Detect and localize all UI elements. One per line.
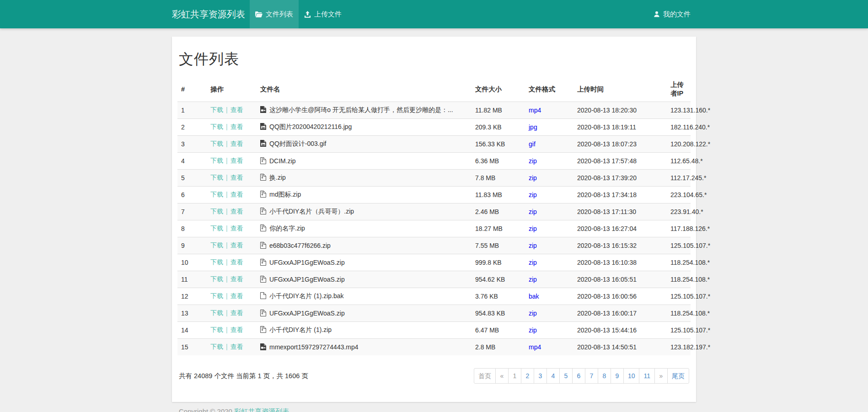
nav-tab-file-list[interactable]: 文件列表 <box>250 0 299 28</box>
main-content: 文件列表 # 操作 文件名 文件大小 文件格式 上传时间 上传者IP 1下载|查… <box>0 37 868 412</box>
file-name-cell: e68b03c477f6266.zip <box>257 237 472 254</box>
pagination-page-link[interactable]: 5 <box>559 368 573 384</box>
view-link[interactable]: 查看 <box>230 275 243 283</box>
file-size: 11.82 MB <box>472 102 525 119</box>
pagination-page-link[interactable]: 8 <box>598 368 611 384</box>
file-format-link[interactable]: mp4 <box>529 107 541 114</box>
row-actions: 下载|查看 <box>207 288 257 305</box>
file-name: 这沙雕小学生@阿琦o 开无后给某人做打手，然后更沙雕的是：... <box>269 106 453 113</box>
pagination-page-link[interactable]: 9 <box>611 368 624 384</box>
file-plain-icon <box>260 292 266 300</box>
view-link[interactable]: 查看 <box>230 123 243 130</box>
view-link[interactable]: 查看 <box>230 106 243 113</box>
view-link[interactable]: 查看 <box>230 326 243 333</box>
file-name-cell: DCIM.zip <box>257 153 472 170</box>
file-format-link[interactable]: zip <box>529 326 537 334</box>
view-link[interactable]: 查看 <box>230 241 243 249</box>
file-format-cell: zip <box>525 170 573 187</box>
file-format-link[interactable]: zip <box>529 174 537 182</box>
pagination-page-link[interactable]: 11 <box>639 368 655 384</box>
download-link[interactable]: 下载 <box>210 241 223 249</box>
table-row: 14下载|查看小千代DIY名片 (1).zip6.47 MBzip2020-08… <box>177 322 691 339</box>
file-name-cell: 小千代DIY名片（兵哥哥）.zip <box>257 203 472 220</box>
file-format-link[interactable]: jpg <box>529 123 537 131</box>
upload-time: 2020-08-13 18:19:11 <box>573 119 667 136</box>
download-link[interactable]: 下载 <box>210 343 223 350</box>
row-actions: 下载|查看 <box>207 119 257 136</box>
upload-time: 2020-08-13 17:39:20 <box>573 170 667 187</box>
download-link[interactable]: 下载 <box>210 326 223 333</box>
download-link[interactable]: 下载 <box>210 191 223 198</box>
file-name: 小千代DIY名片（兵哥哥）.zip <box>269 208 354 215</box>
file-format-link[interactable]: mp4 <box>529 343 541 351</box>
file-format-link[interactable]: zip <box>529 259 537 266</box>
view-link[interactable]: 查看 <box>230 309 243 316</box>
download-link[interactable]: 下载 <box>210 140 223 147</box>
file-name: UFGxxAJP1GgEWoaS.zip <box>269 276 345 283</box>
upload-time: 2020-08-13 16:05:51 <box>573 271 667 288</box>
view-link[interactable]: 查看 <box>230 191 243 198</box>
view-link[interactable]: 查看 <box>230 225 243 232</box>
pagination-page-link[interactable]: 3 <box>534 368 547 384</box>
file-format-link[interactable]: zip <box>529 208 537 215</box>
nav-tab-upload[interactable]: 上传文件 <box>299 0 347 28</box>
header-actions: 操作 <box>207 77 257 102</box>
brand-link[interactable]: 彩虹共享资源列表 <box>172 0 245 28</box>
view-link[interactable]: 查看 <box>230 258 243 266</box>
view-link[interactable]: 查看 <box>230 174 243 181</box>
action-separator: | <box>223 174 230 181</box>
pagination-page-link[interactable]: 7 <box>585 368 598 384</box>
row-index: 6 <box>177 187 207 203</box>
footer-site-link[interactable]: 彩虹共享资源列表 <box>234 407 289 412</box>
file-zip-icon <box>260 225 266 232</box>
file-format-link[interactable]: zip <box>529 157 537 165</box>
pagination-page-link[interactable]: 10 <box>623 368 640 384</box>
download-link[interactable]: 下载 <box>210 106 223 113</box>
row-actions: 下载|查看 <box>207 305 257 322</box>
download-link[interactable]: 下载 <box>210 208 223 215</box>
file-format-cell: bak <box>525 288 573 305</box>
nav-my-files[interactable]: 我的文件 <box>648 0 696 28</box>
uploader-ip: 117.188.126.* <box>667 220 691 237</box>
view-link[interactable]: 查看 <box>230 157 243 164</box>
file-format-link[interactable]: gif <box>529 140 536 148</box>
file-format-cell: mp4 <box>525 102 573 119</box>
file-format-link[interactable]: bak <box>529 293 539 300</box>
file-name-cell: md图标.zip <box>257 187 472 203</box>
row-actions: 下载|查看 <box>207 237 257 254</box>
download-link[interactable]: 下载 <box>210 258 223 266</box>
file-zip-icon <box>260 208 266 215</box>
action-separator: | <box>223 326 230 333</box>
download-link[interactable]: 下载 <box>210 292 223 300</box>
download-link[interactable]: 下载 <box>210 174 223 181</box>
view-link[interactable]: 查看 <box>230 343 243 350</box>
view-link[interactable]: 查看 <box>230 292 243 300</box>
view-link[interactable]: 查看 <box>230 208 243 215</box>
file-format-link[interactable]: zip <box>529 310 537 317</box>
download-link[interactable]: 下载 <box>210 123 223 130</box>
file-name-cell: QQ封面设计-003.gif <box>257 136 472 153</box>
pagination-page-link[interactable]: 6 <box>572 368 585 384</box>
pagination-page-link[interactable]: 尾页 <box>667 368 689 384</box>
page-footer: Copyright © 2020 彩虹共享资源列表 <box>172 407 696 412</box>
file-format-link[interactable]: zip <box>529 225 537 232</box>
download-link[interactable]: 下载 <box>210 309 223 316</box>
action-separator: | <box>223 225 230 232</box>
pagination-page-link[interactable]: 2 <box>521 368 534 384</box>
file-format-link[interactable]: zip <box>529 191 537 198</box>
download-link[interactable]: 下载 <box>210 275 223 283</box>
download-link[interactable]: 下载 <box>210 225 223 232</box>
uploader-ip: 112.65.48.* <box>667 153 691 170</box>
file-name-cell: UFGxxAJP1GgEWoaS.zip <box>257 305 472 322</box>
uploader-ip: 125.105.107.* <box>667 237 691 254</box>
download-link[interactable]: 下载 <box>210 157 223 164</box>
file-format-link[interactable]: zip <box>529 276 537 283</box>
view-link[interactable]: 查看 <box>230 140 243 147</box>
file-format-link[interactable]: zip <box>529 242 537 249</box>
file-count-summary: 共有 24089 个文件 当前第 1 页，共 1606 页 <box>179 372 308 380</box>
file-image-icon <box>260 140 266 147</box>
row-index: 8 <box>177 220 207 237</box>
pagination-page-link[interactable]: 4 <box>547 368 560 384</box>
row-actions: 下载|查看 <box>207 203 257 220</box>
file-name: mmexport1597297274443.mp4 <box>269 343 359 351</box>
